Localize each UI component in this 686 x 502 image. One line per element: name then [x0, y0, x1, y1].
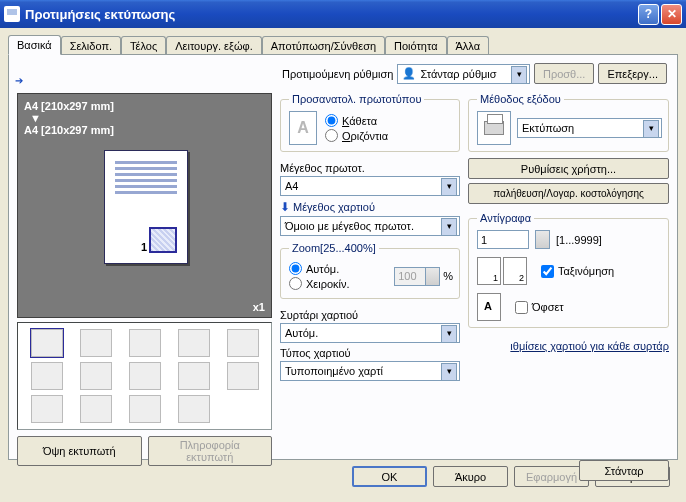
zoom-manual-radio[interactable]: [289, 277, 302, 290]
titlebar: Προτιμήσεις εκτύπωσης ? ✕: [0, 0, 686, 28]
tab-cover[interactable]: Λειτουργ. εξώφ.: [166, 36, 262, 56]
orientation-portrait-radio[interactable]: [325, 114, 338, 127]
func-icon-6[interactable]: [31, 362, 63, 390]
paper-type-dropdown[interactable]: Τυποποιημένο χαρτί: [280, 361, 460, 381]
func-icon-14[interactable]: [178, 395, 210, 423]
func-icon-1[interactable]: [31, 329, 63, 357]
paper-size-label-row: ⬇ Μέγεθος χαρτιού: [280, 200, 460, 214]
authentication-button[interactable]: παλήθευση/Λογαρ. κοστολόγησης: [468, 183, 669, 204]
page-preview: A4 [210x297 mm] ▼ A4 [210x297 mm] 1 x1: [17, 93, 272, 318]
func-icon-5[interactable]: [227, 329, 259, 357]
collate-label[interactable]: Ταξινόμηση: [558, 265, 614, 277]
tab-other[interactable]: Άλλα: [447, 36, 490, 56]
preferred-setting-row: Προτιμούμενη ρύθμιση 👤 Στάνταρ ρύθμισ Πρ…: [282, 63, 667, 84]
zoom-value-spinner: 100: [394, 267, 440, 286]
zoom-percent-label: %: [443, 270, 453, 282]
left-column: A4 [210x297 mm] ▼ A4 [210x297 mm] 1 x1: [17, 93, 272, 481]
function-icon-grid: [17, 322, 272, 430]
original-size-dropdown[interactable]: A4: [280, 176, 460, 196]
output-method-dropdown[interactable]: Εκτύπωση: [517, 118, 662, 138]
tab-basics[interactable]: Βασικά: [8, 35, 61, 55]
copies-spinner[interactable]: [535, 230, 550, 249]
offset-preview-icon: [477, 293, 501, 321]
zoom-auto-label[interactable]: Αυτόμ.: [306, 263, 339, 275]
down-arrow-icon: ⬇: [280, 200, 290, 214]
func-icon-11[interactable]: [31, 395, 63, 423]
titlebar-help-button[interactable]: ?: [638, 4, 659, 25]
printer-info-button: Πληροφορία εκτυπωτή: [148, 436, 273, 466]
zoom-auto-radio[interactable]: [289, 262, 302, 275]
tab-pagination[interactable]: Σελιδοπ.: [61, 36, 121, 56]
offset-checkbox[interactable]: [515, 301, 528, 314]
original-size-label: Μέγεθος πρωτοτ.: [280, 162, 460, 174]
tray-dropdown[interactable]: Αυτόμ.: [280, 323, 460, 343]
zoom-legend: Zoom[25...400%]: [289, 242, 379, 254]
copies-legend: Αντίγραφα: [477, 212, 534, 224]
page-number: 1: [141, 241, 147, 253]
func-icon-8[interactable]: [129, 362, 161, 390]
tab-stamp[interactable]: Αποτύπωση/Σύνθεση: [262, 36, 385, 56]
standard-button[interactable]: Στάνταρ: [579, 460, 669, 481]
paper-size-label: Μέγεθος χαρτιού: [293, 201, 375, 213]
orientation-preview-icon: A: [289, 111, 317, 145]
preferred-setting-label: Προτιμούμενη ρύθμιση: [282, 68, 393, 80]
copies-group: Αντίγραφα [1...9999] Ταξινόμηση: [468, 212, 669, 328]
preferred-setting-value: Στάνταρ ρύθμισ: [420, 68, 496, 80]
middle-column: Προσανατολ. πρωτοτύπου A Κάθετα Οριζόντι…: [280, 93, 460, 481]
orientation-landscape-radio[interactable]: [325, 129, 338, 142]
orientation-legend: Προσανατολ. πρωτοτύπου: [289, 93, 424, 105]
tab-finish[interactable]: Τέλος: [121, 36, 166, 56]
output-method-icon: ➔: [477, 111, 511, 145]
window-title: Προτιμήσεις εκτύπωσης: [25, 7, 636, 22]
preferred-setting-dropdown[interactable]: 👤 Στάνταρ ρύθμισ: [397, 64, 530, 84]
zoom-manual-label[interactable]: Χειροκίν.: [306, 278, 350, 290]
orientation-group: Προσανατολ. πρωτοτύπου A Κάθετα Οριζόντι…: [280, 93, 460, 152]
paper-type-label: Τύπος χαρτιού: [280, 347, 460, 359]
func-icon-2[interactable]: [80, 329, 112, 357]
func-icon-10[interactable]: [227, 362, 259, 390]
printer-app-icon: [4, 6, 20, 22]
func-icon-12[interactable]: [80, 395, 112, 423]
dialog-body: Βασικά Σελιδοπ. Τέλος Λειτουργ. εξώφ. Απ…: [0, 28, 686, 497]
tab-quality[interactable]: Ποιότητα: [385, 36, 446, 56]
preferred-edit-button[interactable]: Επεξεργ...: [598, 63, 667, 84]
titlebar-close-button[interactable]: ✕: [661, 4, 682, 25]
func-icon-4[interactable]: [178, 329, 210, 357]
user-settings-button[interactable]: Ρυθμίσεις χρήστη...: [468, 158, 669, 179]
paper-settings-per-tray-link[interactable]: ιθμίσεις χαρτιού για κάθε συρτάρ: [468, 340, 669, 352]
copies-range-label: [1...9999]: [556, 234, 602, 246]
tab-panel-basics: Προτιμούμενη ρύθμιση 👤 Στάνταρ ρύθμισ Πρ…: [8, 54, 678, 460]
paper-size-dropdown[interactable]: Όμοιο με μέγεθος πρωτοτ.: [280, 216, 460, 236]
func-icon-7[interactable]: [80, 362, 112, 390]
tabstrip: Βασικά Σελιδοπ. Τέλος Λειτουργ. εξώφ. Απ…: [8, 34, 678, 54]
tray-label: Συρτάρι χαρτιού: [280, 309, 460, 321]
left-button-row: Όψη εκτυπωτή Πληροφορία εκτυπωτή: [17, 436, 272, 466]
preview-dst-size: A4 [210x297 mm]: [24, 124, 265, 136]
preview-multiplier: x1: [253, 301, 265, 313]
printer-view-button[interactable]: Όψη εκτυπωτή: [17, 436, 142, 466]
output-method-legend: Μέθοδος εξόδου: [477, 93, 564, 105]
copies-input[interactable]: [477, 230, 529, 249]
preview-down-arrow-icon: ▼: [30, 112, 265, 124]
right-column: Μέθοδος εξόδου ➔ Εκτύπωση Ρυθμίσεις χρήσ…: [468, 93, 669, 481]
orientation-portrait-label[interactable]: Κάθετα: [342, 115, 377, 127]
offset-label[interactable]: Όφσετ: [532, 301, 564, 313]
collate-checkbox[interactable]: [541, 265, 554, 278]
output-method-group: Μέθοδος εξόδου ➔ Εκτύπωση: [468, 93, 669, 152]
zoom-group: Zoom[25...400%] Αυτόμ. Χειροκίν. 100 %: [280, 242, 460, 299]
func-icon-13[interactable]: [129, 395, 161, 423]
func-icon-9[interactable]: [178, 362, 210, 390]
func-icon-3[interactable]: [129, 329, 161, 357]
preferred-add-button: Προσθ...: [534, 63, 594, 84]
preview-src-size: A4 [210x297 mm]: [24, 100, 265, 112]
collate-preview-icon: [477, 257, 527, 285]
orientation-landscape-label[interactable]: Οριζόντια: [342, 130, 388, 142]
page-thumbnail: 1: [104, 150, 188, 264]
